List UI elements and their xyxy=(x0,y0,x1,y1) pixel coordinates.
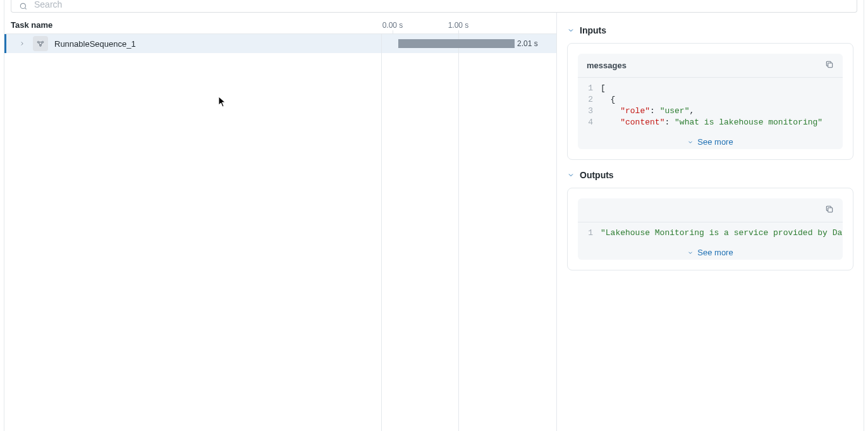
svg-line-1 xyxy=(25,8,26,9)
outputs-section-toggle[interactable]: Outputs xyxy=(567,170,853,180)
chevron-down-icon xyxy=(687,139,694,145)
outputs-label: Outputs xyxy=(580,170,614,180)
outputs-card: 1"Lakehouse Monitoring is a service prov… xyxy=(567,188,853,270)
search-input-container[interactable]: Search xyxy=(11,0,857,13)
svg-line-6 xyxy=(41,43,42,46)
search-placeholder: Search xyxy=(34,0,62,9)
see-more-inputs[interactable]: See more xyxy=(578,133,843,149)
copy-button[interactable] xyxy=(825,205,834,216)
outputs-code: 1"Lakehouse Monitoring is a service prov… xyxy=(578,222,843,244)
copy-button[interactable] xyxy=(825,60,834,71)
search-icon xyxy=(19,2,28,11)
inputs-code: 1[ 2 { 3 "role": "user", 4 "content": "w… xyxy=(578,78,843,133)
details-pane: Inputs messages 1[ 2 { 3 "role": "user", xyxy=(557,13,864,431)
inputs-card: messages 1[ 2 { 3 "role": "user", 4 "con… xyxy=(567,43,853,160)
task-name-label: RunnableSequence_1 xyxy=(54,39,136,49)
gantt-bar xyxy=(398,39,515,48)
inputs-section-toggle[interactable]: Inputs xyxy=(567,25,853,35)
chevron-down-icon xyxy=(567,171,575,179)
chevron-down-icon xyxy=(687,250,694,256)
trace-timeline-pane: Task name 0.00 s 1.00 s xyxy=(4,13,557,431)
time-tick-1: 1.00 s xyxy=(448,21,469,30)
see-more-outputs[interactable]: See more xyxy=(578,244,843,260)
chain-icon xyxy=(33,36,48,51)
chevron-right-icon xyxy=(19,40,25,47)
task-row[interactable]: RunnableSequence_1 2.01 s xyxy=(4,34,556,53)
chevron-down-icon xyxy=(567,27,575,34)
column-header-task-name: Task name xyxy=(4,20,381,30)
time-tick-0: 0.00 s xyxy=(382,21,403,30)
copy-icon xyxy=(825,60,834,69)
copy-icon xyxy=(825,205,834,214)
timeline-axis: 0.00 s 1.00 s xyxy=(381,16,556,33)
svg-rect-9 xyxy=(828,208,833,212)
gantt-duration-label: 2.01 s xyxy=(517,39,538,48)
inputs-label: Inputs xyxy=(580,25,606,35)
inputs-block-title: messages xyxy=(587,61,627,70)
svg-line-5 xyxy=(39,43,40,46)
svg-rect-8 xyxy=(828,63,833,68)
expand-toggle[interactable] xyxy=(18,39,27,48)
svg-point-0 xyxy=(20,3,25,8)
